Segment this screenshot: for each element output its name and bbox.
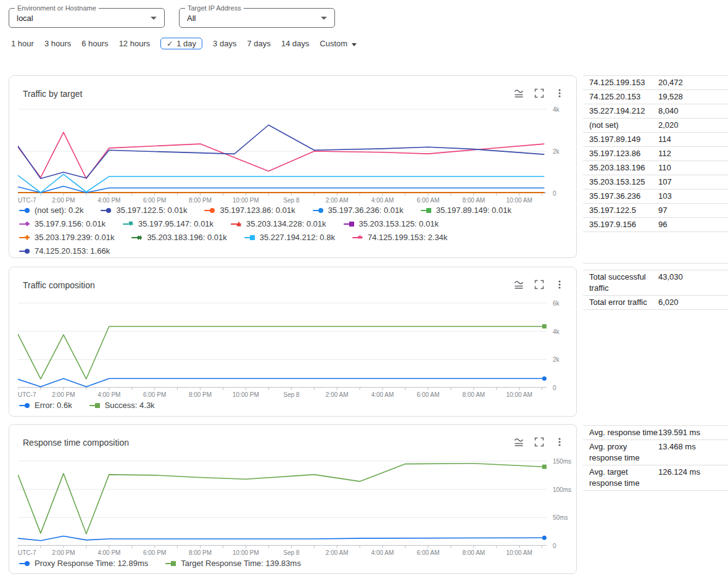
legend-item[interactable]: Target Response Time: 139.83ms [165,559,300,568]
chart-style-icon[interactable] [513,436,524,448]
fullscreen-icon[interactable] [534,88,545,99]
summary-row: 74.125.20.15319,528 [583,90,728,104]
chart-style-icon[interactable] [513,279,524,290]
legend-item[interactable]: 35.197.122.5: 0.01k [101,206,187,215]
x-axis-tick-label: 6:00 AM [417,391,440,398]
traffic-composition-summary-table: Total successful traffic43,030Total erro… [583,270,728,310]
target-ip-dropdown[interactable]: Target IP Address All [179,8,335,28]
summary-row: 35.197.89.149114 [583,133,728,147]
time-range-3-hours[interactable]: 3 hours [44,39,71,48]
legend-item[interactable]: 74.125.199.153: 2.34k [352,233,447,242]
time-range-7-days[interactable]: 7 days [247,39,270,48]
x-axis-tick-label: 8:00 PM [189,391,212,398]
y-axis-labels: 02k4k6k [547,300,576,391]
x-axis-tick-label: UTC-7 [18,391,36,398]
card-title: Traffic by target [23,89,82,99]
target-ip-dropdown-label: Target IP Address [185,4,244,12]
dropdown-caret-icon [151,17,157,20]
traffic-by-target-summary-table: 74.125.199.15320,47274.125.20.15319,5283… [583,75,728,232]
legend-marker-icon [352,235,363,241]
environment-dropdown-label: Environment or Hostname [15,4,99,12]
x-axis-tick-label: 4:00 AM [371,549,394,556]
summary-row: 35.197.9.15696 [583,218,728,232]
x-axis-tick-label: 10:00 PM [233,549,259,556]
legend-marker-icon [19,402,30,409]
legend-item[interactable]: 35.197.89.149: 0.01k [421,206,511,215]
y-axis-tick-label: 150ms [553,458,571,465]
x-axis-tick-label: 6:00 PM [143,197,166,204]
legend-marker-icon [204,207,215,214]
x-axis-tick-label: Sep 8 [283,197,299,204]
more-options-icon[interactable] [554,88,565,99]
traffic-by-target-chart[interactable] [18,106,547,196]
legend-item[interactable]: 35.203.134.228: 0.01k [231,219,326,228]
summary-row: (not set)2,020 [583,119,728,133]
legend-marker-icon [101,207,111,214]
legend-marker-icon [19,248,30,254]
fullscreen-icon[interactable] [534,436,545,448]
legend-marker-icon [89,402,100,409]
time-range-selector: 1 hour3 hours6 hours12 hours✓1 day3 days… [11,38,357,49]
legend-item[interactable]: 35.197.123.86: 0.01k [204,206,295,215]
summary-row: 35.197.36.236103 [583,190,728,204]
traffic-composition-chart[interactable] [18,300,547,391]
caret-down-icon [352,43,357,46]
card-title: Traffic composition [23,280,95,290]
legend-item[interactable]: 35.203.153.125: 0.01k [344,219,439,228]
x-axis-tick-label: 6:00 AM [417,549,440,556]
x-axis-tick-label: 8:00 AM [462,197,485,204]
x-axis-tick-label: 10:00 AM [507,549,532,556]
legend-item[interactable]: 35.197.9.156: 0.01k [19,219,105,228]
y-axis-tick-label: 0 [553,190,556,197]
legend-item[interactable]: (not set): 0.2k [19,206,83,215]
environment-dropdown-value: local [17,14,33,23]
legend-item[interactable]: 74.125.20.153: 1.66k [19,246,110,256]
x-axis-tick-label: 2:00 AM [326,549,349,556]
chart-legend: (not set): 0.2k35.197.122.5: 0.01k35.197… [19,206,566,260]
time-range-6-hours[interactable]: 6 hours [81,39,108,48]
x-axis-tick-label: 4:00 AM [371,391,394,398]
traffic-by-target-card: Traffic by target 02k4k UTC-72:00 PM4:00… [9,75,577,258]
summary-row: Total error traffic6,020 [583,296,728,310]
more-options-icon[interactable] [554,436,565,448]
summary-row: 35.197.122.597 [583,204,728,218]
time-range-custom[interactable]: Custom [320,39,357,48]
table-divider [583,263,728,264]
response-time-chart[interactable] [18,457,547,549]
time-range-1-hour[interactable]: 1 hour [11,39,34,48]
summary-row: 35.203.153.125107 [583,175,728,190]
chart-legend: Error: 0.6kSuccess: 4.3k [19,401,566,414]
time-range-1-day[interactable]: ✓1 day [160,38,202,49]
y-axis-tick-label: 0 [553,385,556,391]
x-axis-tick-label: 4:00 PM [97,197,120,204]
legend-item[interactable]: 35.197.36.236: 0.01k [313,206,403,215]
legend-marker-icon [244,235,255,241]
x-axis-tick-label: 10:00 PM [233,391,259,398]
y-axis-tick-label: 4k [553,328,560,335]
x-axis-tick-label: Sep 8 [283,549,299,556]
environment-dropdown[interactable]: Environment or Hostname local [9,8,165,28]
response-time-summary-table: Avg. response time139.591 msAvg. proxy r… [583,425,728,491]
time-range-14-days[interactable]: 14 days [281,39,310,48]
legend-marker-icon [123,221,133,227]
x-axis-tick-label: 2:00 AM [326,391,349,398]
fullscreen-icon[interactable] [534,279,545,290]
legend-item[interactable]: 35.197.95.147: 0.01k [123,219,213,228]
x-axis-tick-label: 2:00 AM [326,197,349,204]
legend-item[interactable]: 35.227.194.212: 0.8k [244,233,335,242]
x-axis-tick-label: 4:00 PM [97,549,120,556]
x-axis-tick-label: 2:00 PM [52,197,75,204]
x-axis-tick-label: 8:00 AM [462,391,485,398]
summary-row: Avg. response time139.591 ms [583,426,728,440]
more-options-icon[interactable] [554,279,565,290]
time-range-3-days[interactable]: 3 days [213,39,236,48]
x-axis-tick-label: 10:00 PM [233,197,259,204]
time-range-12-hours[interactable]: 12 hours [119,39,151,48]
x-axis-tick-label: 4:00 PM [97,391,120,398]
legend-item[interactable]: Error: 0.6k [19,401,72,410]
legend-item[interactable]: 35.203.183.196: 0.01k [131,233,226,242]
chart-style-icon[interactable] [513,88,524,99]
legend-item[interactable]: Success: 4.3k [89,401,155,410]
legend-item[interactable]: Proxy Response Time: 12.89ms [19,559,148,568]
legend-item[interactable]: 35.203.179.239: 0.01k [19,233,114,242]
